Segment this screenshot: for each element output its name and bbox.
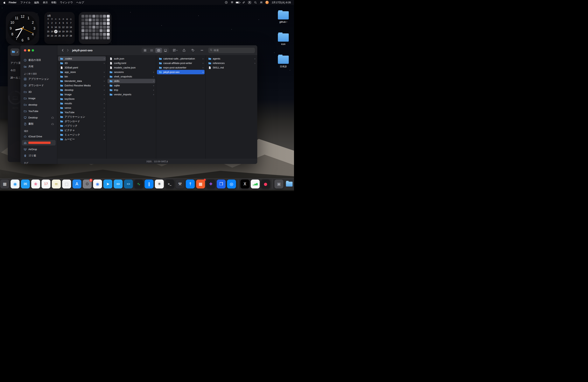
- desktop-icon-icon[interactable]: icon: [274, 33, 292, 45]
- battery-icon[interactable]: [236, 1, 240, 4]
- minimize-button[interactable]: [28, 49, 30, 52]
- sidebar-item-ダウンロード[interactable]: ダウンロード: [22, 83, 56, 88]
- dock-downloads-folder[interactable]: [285, 180, 294, 189]
- dock-audio-waveform-app[interactable]: ∿: [134, 180, 143, 189]
- sidebar-item-iCloud Drive[interactable]: iCloud Drive: [22, 134, 56, 139]
- dock-figma[interactable]: ❖: [207, 180, 215, 189]
- finder-item[interactable]: shell_snapshots ›: [107, 74, 155, 79]
- menu-移動[interactable]: 移動: [50, 1, 58, 4]
- finder-item[interactable]: results ›: [58, 101, 106, 106]
- menu-ファイル[interactable]: ファイル: [19, 1, 32, 4]
- dock-docker[interactable]: ❒: [217, 180, 226, 189]
- finder-item[interactable]: models_cache.json: [107, 65, 155, 70]
- dock-developer-tool[interactable]: ⚒: [176, 180, 185, 189]
- sidebar-item-AirDrop[interactable]: AirDrop: [22, 147, 56, 152]
- finder-item[interactable]: agents ›: [206, 56, 256, 61]
- finder-item[interactable]: sessions ›: [107, 70, 155, 74]
- finder-item[interactable]: 3D ›: [58, 61, 106, 65]
- zoom-button[interactable]: [32, 49, 34, 52]
- menubar-app-name[interactable]: Finder: [7, 1, 18, 4]
- finder-item[interactable]: .codex ›: [58, 56, 106, 61]
- menu-編集[interactable]: 編集: [32, 1, 41, 4]
- dock-safari[interactable]: ◉: [11, 180, 20, 189]
- sidebar-item-YouTube[interactable]: YouTube: [22, 108, 56, 114]
- desktop-icon-日本語[interactable]: 日本語: [274, 56, 292, 68]
- menubar-clock[interactable]: 2月17日(火) 8:35: [271, 1, 292, 4]
- finder-item[interactable]: expo-post-autowriter ›: [157, 65, 205, 70]
- dock-photos[interactable]: ❀: [31, 180, 40, 189]
- sidebar-item-Desktop[interactable]: Desktop: [22, 115, 56, 120]
- dock-chatgpt[interactable]: ✳: [155, 180, 164, 189]
- finder-item[interactable]: skills ›: [107, 79, 155, 83]
- finder-item[interactable]: keyStore ›: [58, 97, 106, 101]
- dock-vscode[interactable]: <>: [114, 180, 123, 189]
- avatar-icon[interactable]: [265, 1, 270, 4]
- finder-item[interactable]: ダウンロード ›: [58, 119, 106, 124]
- group-by-button[interactable]: ▾: [172, 48, 178, 53]
- dock-notes[interactable]: ≡: [52, 180, 61, 189]
- sidebar-item-home[interactable]: [22, 140, 56, 146]
- menu-表示[interactable]: 表示: [41, 1, 50, 4]
- finder-item[interactable]: references ›: [206, 61, 256, 65]
- play-circle-icon[interactable]: [224, 1, 229, 4]
- finder-item[interactable]: Image ›: [58, 92, 106, 97]
- finder-item[interactable]: vendor_imports ›: [107, 92, 155, 97]
- close-button[interactable]: [24, 49, 26, 52]
- clock-widget[interactable]: 121234567891011: [6, 12, 39, 45]
- finder-item[interactable]: DaVinci Resolve Media ›: [58, 83, 106, 88]
- finder-item[interactable]: アプリケーション ›: [58, 115, 106, 119]
- dock-sphere-app[interactable]: ●: [261, 180, 270, 189]
- finder-item[interactable]: bin ›: [58, 74, 106, 79]
- sidebar-item-書類[interactable]: 書類: [22, 121, 56, 127]
- finder-item[interactable]: SKILL.md: [206, 65, 256, 70]
- panel-folder-tile[interactable]: メ: [10, 48, 20, 56]
- finder-item[interactable]: jekyll-post-seo ›: [157, 70, 205, 74]
- finder-item[interactable]: auth.json: [107, 56, 155, 61]
- more-options-button[interactable]: [199, 48, 205, 53]
- finder-item[interactable]: tmp ›: [107, 88, 155, 92]
- apple-menu[interactable]: [2, 1, 7, 4]
- dock-chart-app[interactable]: ▂▅▇: [251, 180, 260, 189]
- share-button[interactable]: [181, 48, 187, 53]
- finder-item[interactable]: ムービー ›: [58, 137, 106, 141]
- sidebar-item-共有[interactable]: 共有: [22, 64, 56, 69]
- menu-ウインドウ[interactable]: ウインドウ: [58, 1, 75, 4]
- dock-grid-app[interactable]: ▦: [196, 180, 205, 189]
- sidebar-item-アプリケーション[interactable]: アプリケーション: [22, 76, 56, 82]
- dock-freeform[interactable]: ▢: [62, 180, 71, 189]
- sidebar-item-3D[interactable]: 3D: [22, 89, 56, 95]
- gallery-view-button[interactable]: [162, 48, 169, 53]
- sidebar-item-Image[interactable]: Image: [22, 95, 56, 101]
- dock-calendar[interactable]: 17: [42, 180, 51, 189]
- airpods-icon[interactable]: [230, 1, 234, 4]
- dock-minimized-window[interactable]: ▣: [274, 180, 284, 189]
- contribution-grid-widget[interactable]: [79, 12, 111, 44]
- finder-item[interactable]: app_store ›: [58, 70, 106, 74]
- finder-item[interactable]: casual-affiliate-post-writer ›: [157, 61, 205, 65]
- dock-vscode-insiders[interactable]: <>: [124, 180, 133, 189]
- tag-button[interactable]: [190, 48, 196, 53]
- calendar-widget[interactable]: 2月 日月火水木金土123456789101112131415161718192…: [44, 12, 75, 44]
- finder-item[interactable]: パブリック ›: [58, 124, 106, 128]
- search-field[interactable]: [208, 48, 255, 53]
- user-switch-icon[interactable]: [259, 1, 264, 4]
- forward-button[interactable]: [65, 48, 70, 53]
- finder-item[interactable]: develop ›: [58, 88, 106, 92]
- dock-system-settings[interactable]: ⚙1: [83, 180, 92, 189]
- icon-view-button[interactable]: [142, 48, 148, 53]
- dock-upload-app[interactable]: ↑: [186, 180, 195, 189]
- back-button[interactable]: [60, 48, 65, 53]
- sidebar-item-ゴミ箱[interactable]: ゴミ箱: [22, 153, 56, 158]
- dock-app-store[interactable]: A: [73, 180, 82, 189]
- finder-item[interactable]: venvs ›: [58, 106, 106, 110]
- finder-item[interactable]: calorieai-safe...plementation ›: [157, 56, 205, 61]
- dock-chrome[interactable]: ◉: [93, 180, 102, 189]
- desktop-icon-github[interactable]: github⤴: [274, 11, 292, 23]
- dock-terminal[interactable]: >_: [165, 180, 174, 189]
- dock-x-app[interactable]: X: [241, 180, 250, 189]
- list-view-button[interactable]: [148, 48, 155, 53]
- dock-twitter[interactable]: ➤: [104, 180, 112, 189]
- menu-ヘルプ[interactable]: ヘルプ: [74, 1, 86, 4]
- input-source-a-icon[interactable]: A: [247, 1, 252, 4]
- dock-mail[interactable]: ✉: [21, 180, 30, 189]
